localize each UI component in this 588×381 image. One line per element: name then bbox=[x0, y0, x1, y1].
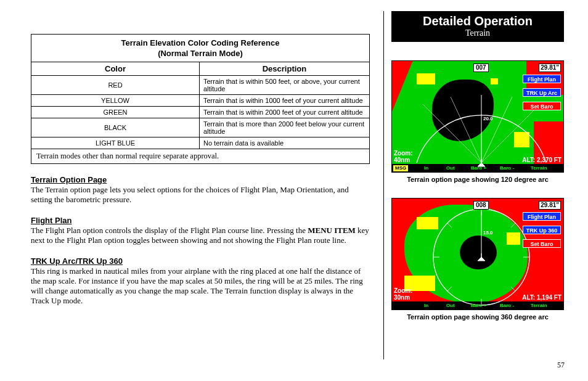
svg-line-12 bbox=[447, 287, 452, 291]
softkey-in[interactable]: In bbox=[424, 165, 428, 171]
column-divider bbox=[383, 11, 384, 359]
section-body: The Flight Plan option controls the disp… bbox=[31, 226, 370, 245]
color-reference-table: Terrain Elevation Color Coding Reference… bbox=[31, 34, 370, 164]
color-cell: YELLOW bbox=[31, 95, 200, 107]
section-heading: Flight Plan bbox=[31, 216, 370, 225]
right-column: Detailed Operation Terrain bbox=[391, 11, 564, 321]
svg-line-13 bbox=[511, 287, 515, 291]
page-title: Detailed Operation bbox=[391, 14, 564, 28]
zoom-value: 30nm bbox=[394, 294, 410, 301]
desc-cell: Terrain that is within 1000 feet of your… bbox=[200, 95, 370, 107]
table-footnote: Terrain modes other than normal require … bbox=[31, 149, 370, 164]
svg-line-4 bbox=[481, 97, 512, 163]
desc-cell: No terrain data is available bbox=[200, 137, 370, 149]
heading-readout: 007 bbox=[473, 63, 489, 72]
table-row: GREEN Terrain that is within 2000 feet o… bbox=[31, 107, 370, 118]
waypoint-distance: 20.0 bbox=[483, 115, 493, 122]
desc-cell: Terrain that is within 2000 feet of your… bbox=[200, 107, 370, 118]
figure-360-arc: 15.0 008 29.81" Flight Plan TRK Up 360 S… bbox=[391, 198, 564, 321]
color-cell: RED bbox=[31, 76, 200, 95]
text-bold: MENU ITEM bbox=[308, 226, 356, 235]
page-subtitle: Terrain bbox=[391, 28, 564, 38]
zoom-label: Zoom: bbox=[394, 287, 413, 294]
desc-cell: Terrain that is within 500 feet, or abov… bbox=[200, 76, 370, 95]
softkey-baro-minus[interactable]: Baro - bbox=[500, 165, 514, 171]
trk-up-button[interactable]: TRK Up 360 bbox=[523, 226, 561, 234]
table-row: LIGHT BLUE No terrain data is available bbox=[31, 137, 370, 149]
table-title-line1: Terrain Elevation Color Coding Reference bbox=[121, 38, 280, 47]
section-trk-up: TRK Up Arc/TRK Up 360 This ring is marke… bbox=[31, 256, 370, 306]
zoom-readout: Zoom: 40nm bbox=[394, 150, 413, 163]
section-heading: TRK Up Arc/TRK Up 360 bbox=[31, 256, 370, 266]
figure-caption: Terrain option page showing 360 degree a… bbox=[391, 313, 564, 321]
page-number: 57 bbox=[557, 361, 565, 370]
section-body: The Terrain option page lets you select … bbox=[31, 185, 370, 205]
col-header-color: Color bbox=[31, 62, 200, 76]
set-baro-button[interactable]: Set Baro bbox=[523, 239, 561, 248]
softkey-terrain[interactable]: Terrain bbox=[531, 302, 547, 309]
svg-line-10 bbox=[447, 223, 452, 227]
table-row: YELLOW Terrain that is within 1000 feet … bbox=[31, 95, 370, 107]
left-column: Terrain Elevation Color Coding Reference… bbox=[31, 34, 370, 306]
softkey-terrain[interactable]: Terrain bbox=[531, 165, 547, 171]
softkey-baro-minus[interactable]: Baro - bbox=[500, 302, 514, 309]
section-flight-plan: Flight Plan The Flight Plan option contr… bbox=[31, 216, 370, 245]
zoom-value: 40nm bbox=[394, 157, 410, 163]
table-title: Terrain Elevation Color Coding Reference… bbox=[31, 35, 370, 62]
page-header: Detailed Operation Terrain bbox=[391, 11, 564, 42]
baro-readout: 29.81" bbox=[539, 201, 561, 210]
col-header-desc: Description bbox=[200, 62, 370, 76]
desc-cell: Terrain that is more than 2000 feet belo… bbox=[200, 118, 370, 137]
table-title-line2: (Normal Terrain Mode) bbox=[158, 49, 243, 58]
zoom-label: Zoom: bbox=[394, 150, 413, 157]
figure-caption: Terrain option page showing 120 degree a… bbox=[391, 176, 564, 183]
softkey-baro-plus[interactable]: Baro + bbox=[471, 165, 486, 171]
radar-display: 15.0 008 29.81" Flight Plan TRK Up 360 S… bbox=[391, 198, 564, 310]
table-row: BLACK Terrain that is more than 2000 fee… bbox=[31, 118, 370, 137]
softkey-out[interactable]: Out bbox=[446, 165, 455, 171]
text-run: The Flight Plan option controls the disp… bbox=[31, 226, 308, 235]
flight-plan-button[interactable]: Flight Plan bbox=[523, 75, 561, 83]
color-cell: BLACK bbox=[31, 118, 200, 137]
svg-line-3 bbox=[451, 97, 481, 163]
altitude-readout: ALT: 2,370 FT bbox=[522, 157, 561, 163]
heading-readout: 008 bbox=[473, 201, 489, 210]
section-terrain-option: Terrain Option Page The Terrain option p… bbox=[31, 175, 370, 205]
radar-display: 20.0 007 29.81" Flight Plan TRK Up Arc S… bbox=[391, 60, 564, 173]
section-heading: Terrain Option Page bbox=[31, 175, 370, 184]
softkey-in[interactable]: In bbox=[424, 302, 428, 309]
set-baro-button[interactable]: Set Baro bbox=[523, 102, 561, 110]
svg-line-2 bbox=[481, 104, 540, 163]
section-body: This ring is marked in nautical miles fr… bbox=[31, 266, 370, 306]
trk-up-button[interactable]: TRK Up Arc bbox=[523, 88, 561, 97]
waypoint-distance: 15.0 bbox=[483, 229, 493, 236]
msg-annunciator: MSG bbox=[393, 165, 408, 171]
softkey-baro-plus[interactable]: Baro + bbox=[471, 302, 486, 309]
zoom-readout: Zoom: 30nm bbox=[394, 287, 413, 301]
color-cell: LIGHT BLUE bbox=[31, 137, 200, 149]
baro-readout: 29.81" bbox=[539, 63, 561, 72]
table-row: RED Terrain that is within 500 feet, or … bbox=[31, 76, 370, 95]
softkey-out[interactable]: Out bbox=[446, 302, 455, 309]
figure-120-arc: 20.0 007 29.81" Flight Plan TRK Up Arc S… bbox=[391, 60, 564, 183]
svg-line-1 bbox=[423, 104, 481, 163]
svg-line-11 bbox=[511, 223, 515, 227]
altitude-readout: ALT: 1,194 FT bbox=[522, 294, 561, 301]
flight-plan-button[interactable]: Flight Plan bbox=[523, 212, 561, 221]
color-cell: GREEN bbox=[31, 107, 200, 118]
